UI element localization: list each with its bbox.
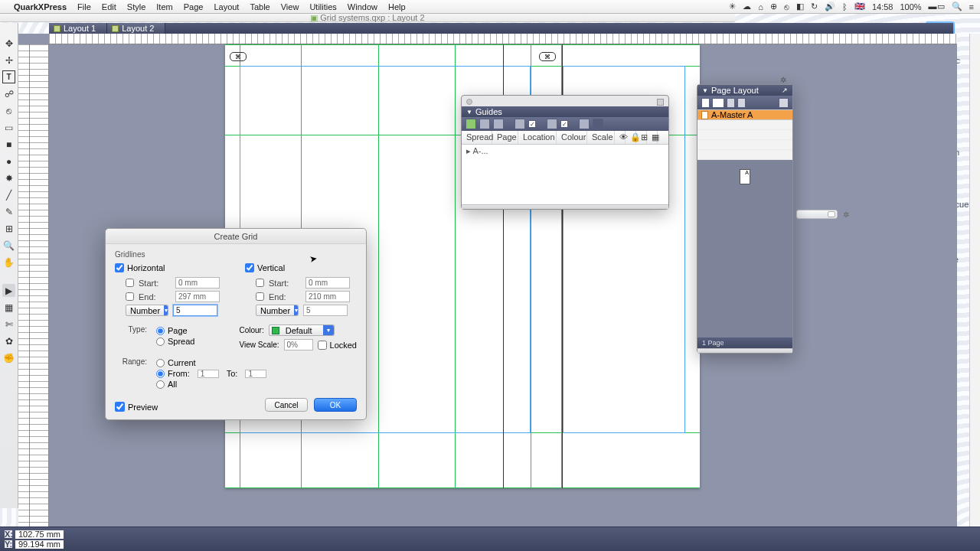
v-number-input[interactable] <box>303 305 348 316</box>
status-icon[interactable]: ✳ <box>729 2 736 11</box>
menu-table[interactable]: Table <box>250 2 270 11</box>
menu-utilities[interactable]: Utilities <box>309 2 336 11</box>
range-from-radio[interactable]: From: To: <box>156 369 266 378</box>
line-tool-icon[interactable]: ╱ <box>2 188 15 201</box>
v-mode-select[interactable]: Number▾ <box>256 305 299 316</box>
guide-btn-icon[interactable] <box>493 119 504 129</box>
page-icon[interactable] <box>727 98 735 108</box>
h-number-input[interactable] <box>173 305 217 316</box>
to-input[interactable] <box>245 370 266 378</box>
range-all-radio[interactable]: All <box>156 380 266 389</box>
zoom-slider[interactable]: ✲ <box>796 210 838 219</box>
chain-icon[interactable]: ⌘ <box>539 52 556 61</box>
input-flag[interactable]: 🇬🇧 <box>854 2 865 11</box>
colour-select[interactable]: Default▾ <box>269 324 335 336</box>
volume-icon[interactable]: 🔊 <box>825 2 835 11</box>
type-spread-radio[interactable]: Spread <box>156 337 194 346</box>
ruler-horizontal[interactable] <box>49 34 957 44</box>
tab-layout-2[interactable]: Layout 2 <box>107 23 165 34</box>
v-end-input[interactable] <box>305 291 350 302</box>
pan-tool-icon[interactable]: ✋ <box>2 256 15 269</box>
menu-page[interactable]: Page <box>184 2 204 11</box>
status-icon[interactable]: ↻ <box>811 2 818 11</box>
type-page-radio[interactable]: Page <box>156 326 194 335</box>
status-icon[interactable]: ⎋ <box>784 2 789 11</box>
v-start-input[interactable] <box>305 277 350 289</box>
add-guide-icon[interactable] <box>466 119 476 129</box>
grab-tool-icon[interactable]: ✊ <box>2 351 15 364</box>
status-icon[interactable]: ⊕ <box>770 2 777 11</box>
col-icon[interactable]: ⊞ <box>636 131 647 144</box>
horizontal-checkbox[interactable]: Horizontal <box>115 263 227 272</box>
resize-handle[interactable] <box>697 348 792 353</box>
page-icon[interactable] <box>737 98 746 108</box>
bluetooth-icon[interactable]: ᛒ <box>842 2 848 11</box>
from-input[interactable] <box>198 370 219 378</box>
guide-check[interactable]: ✓ <box>528 120 536 128</box>
locked-checkbox[interactable]: Locked <box>318 341 357 350</box>
status-icon[interactable]: ◧ <box>796 2 804 11</box>
preview-checkbox[interactable]: Preview <box>115 402 158 412</box>
page-preview[interactable]: A <box>697 160 792 337</box>
v-end-check[interactable] <box>256 292 264 301</box>
guides-header[interactable]: ▼Guides <box>462 106 668 117</box>
h-mode-select[interactable]: Number▾ <box>126 305 168 316</box>
guide-toggle-icon[interactable] <box>514 119 525 129</box>
clock[interactable]: 14:58 <box>872 2 893 11</box>
picture-tool-icon[interactable]: ▭ <box>2 121 15 134</box>
rect-tool-icon[interactable]: ■ <box>2 138 15 151</box>
delete-icon[interactable] <box>779 98 789 108</box>
chain-icon[interactable]: ⌘ <box>230 52 247 61</box>
gear-icon[interactable]: ✲ <box>780 76 788 83</box>
hand-tool-icon[interactable]: ✿ <box>2 334 15 347</box>
guide-toggle-icon[interactable] <box>547 119 557 129</box>
menu-help[interactable]: Help <box>388 2 406 11</box>
master-page-row[interactable]: A-Master A <box>697 109 792 120</box>
detach-icon[interactable]: ↗ <box>782 86 788 94</box>
visibility-icon[interactable]: 👁 <box>615 131 626 144</box>
menu-edit[interactable]: Edit <box>102 2 116 11</box>
h-start-check[interactable] <box>126 279 134 287</box>
resize-handle[interactable] <box>462 204 668 209</box>
menu-style[interactable]: Style <box>127 2 145 11</box>
lock-icon[interactable]: 🔒 <box>626 131 636 144</box>
gear-icon[interactable]: ✲ <box>843 210 849 219</box>
menu-item[interactable]: Item <box>156 2 172 11</box>
ok-button[interactable]: OK <box>314 398 357 412</box>
menu-layout[interactable]: Layout <box>214 2 239 11</box>
guide-toggle-icon[interactable] <box>579 119 590 129</box>
pagelayout-header[interactable]: ▼Page Layout↗ <box>697 85 792 96</box>
menu-file[interactable]: File <box>77 2 91 11</box>
h-end-input[interactable] <box>175 291 220 302</box>
menu-view[interactable]: View <box>281 2 299 11</box>
x-value[interactable]: 102.75 mm <box>15 530 64 539</box>
v-start-check[interactable] <box>256 279 264 287</box>
single-page-icon[interactable] <box>701 98 710 108</box>
selection-tool-icon[interactable]: ▶ <box>2 284 15 297</box>
link-tool-icon[interactable]: ☍ <box>2 87 15 100</box>
zoom-tool-icon[interactable]: 🔍 <box>2 239 15 252</box>
cancel-button[interactable]: Cancel <box>265 398 308 412</box>
guide-toggle-icon[interactable] <box>593 119 603 129</box>
grid-tool-icon[interactable]: ▦ <box>2 301 15 314</box>
scissors-tool-icon[interactable]: ✄ <box>2 318 15 331</box>
vertical-checkbox[interactable]: Vertical <box>245 263 357 272</box>
viewscale-input[interactable] <box>284 339 313 350</box>
ruler-vertical[interactable] <box>18 44 49 534</box>
range-current-radio[interactable]: Current <box>156 358 266 367</box>
tab-layout-1[interactable]: Layout 1 <box>49 23 107 34</box>
guide-row[interactable]: ▸ A-... <box>466 146 488 155</box>
collapse-icon[interactable] <box>657 99 664 106</box>
menu-icon[interactable]: ≡ <box>969 2 974 11</box>
facing-page-icon[interactable] <box>712 98 724 108</box>
unlink-tool-icon[interactable]: ⎋ <box>2 104 15 117</box>
menu-window[interactable]: Window <box>348 2 377 11</box>
col-icon[interactable]: ▦ <box>647 131 658 144</box>
h-start-input[interactable] <box>175 277 220 289</box>
oval-tool-icon[interactable]: ● <box>2 155 15 168</box>
status-icon[interactable]: ☁ <box>743 2 751 11</box>
move-tool-icon[interactable]: ✢ <box>2 54 15 67</box>
guide-btn-icon[interactable] <box>479 119 490 129</box>
item-tool-icon[interactable]: ✥ <box>2 37 15 50</box>
table-tool-icon[interactable]: ⊞ <box>2 222 15 235</box>
